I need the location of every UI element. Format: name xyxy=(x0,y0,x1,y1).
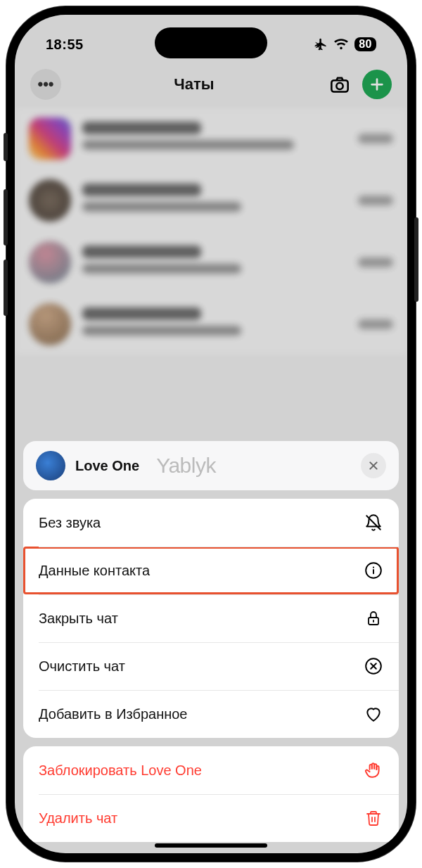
battery-level: 80 xyxy=(354,37,376,51)
mute-switch xyxy=(4,133,8,161)
delete-chat-menu-item[interactable]: Удалить чат xyxy=(23,794,399,842)
menu-item-label: Заблокировать Love One xyxy=(39,762,364,779)
chat-context-menu: Love One Yablyk Без звука Данные контакт… xyxy=(23,441,399,842)
menu-item-label: Добавить в Избранное xyxy=(39,706,364,722)
menu-item-label: Данные контакта xyxy=(39,563,364,579)
home-indicator[interactable] xyxy=(155,843,267,848)
info-icon xyxy=(364,561,383,580)
contact-info-menu-item[interactable]: Данные контакта xyxy=(23,547,399,594)
menu-group-danger: Заблокировать Love One Удалить чат xyxy=(23,746,399,842)
heart-icon xyxy=(364,704,383,724)
svg-point-3 xyxy=(373,567,374,568)
mute-menu-item[interactable]: Без звука xyxy=(23,499,399,547)
block-menu-item[interactable]: Заблокировать Love One xyxy=(23,746,399,794)
menu-group-main: Без звука Данные контакта Закрыть чат xyxy=(23,499,399,738)
close-chat-menu-item[interactable]: Закрыть чат xyxy=(23,594,399,642)
contact-name: Love One xyxy=(75,458,139,474)
trash-icon xyxy=(364,808,383,828)
clear-chat-menu-item[interactable]: Очистить чат xyxy=(23,642,399,690)
watermark-text: Yablyk xyxy=(149,454,351,478)
power-button xyxy=(414,217,418,302)
phone-frame: 18:55 80 ••• Чаты xyxy=(6,6,416,862)
status-time: 18:55 xyxy=(46,37,84,53)
close-icon xyxy=(368,460,379,471)
bell-slash-icon xyxy=(364,513,383,532)
context-header: Love One Yablyk xyxy=(23,441,399,490)
lock-icon xyxy=(364,608,383,628)
menu-item-label: Без звука xyxy=(39,515,364,531)
volume-down-button xyxy=(4,260,8,316)
x-circle-icon xyxy=(364,656,383,676)
menu-item-label: Удалить чат xyxy=(39,810,364,826)
dynamic-island xyxy=(155,27,267,58)
screen: 18:55 80 ••• Чаты xyxy=(15,15,407,853)
hand-icon xyxy=(364,760,383,780)
menu-item-label: Закрыть чат xyxy=(39,611,364,627)
avatar xyxy=(36,451,65,480)
add-favorites-menu-item[interactable]: Добавить в Избранное xyxy=(23,690,399,738)
wifi-icon xyxy=(333,38,349,51)
menu-item-label: Очистить чат xyxy=(39,658,364,675)
airplane-icon xyxy=(314,37,328,51)
close-button[interactable] xyxy=(361,453,386,478)
volume-up-button xyxy=(4,189,8,245)
